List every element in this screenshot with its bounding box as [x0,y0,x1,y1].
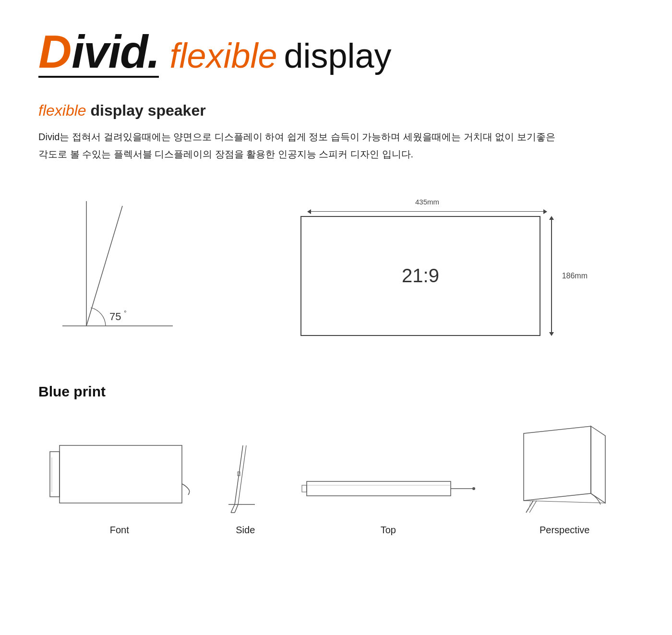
angle-svg: 75 ° [38,192,182,345]
logo-d: D [38,29,72,75]
arrow-left [307,209,311,214]
blueprint-item-top: Top [297,467,480,536]
svg-line-13 [235,504,238,513]
font-label: Font [110,525,129,536]
arrow-right [543,209,547,214]
svg-line-12 [231,504,235,513]
top-svg [297,467,480,515]
subtitle: flexible display speaker [38,102,634,120]
side-label: Side [236,525,255,536]
perspective-label: Perspective [540,525,590,536]
svg-rect-15 [307,481,451,496]
description-text: Divid는 접혀서 걸려있을때에는 양면으로 디스플레이 하여 쉽게 정보 습… [38,128,566,163]
svg-point-19 [472,487,475,490]
svg-marker-20 [524,426,591,501]
blueprint-section: Blue print Font [38,383,634,536]
arrow-down [549,332,554,336]
svg-text:75: 75 [109,311,121,323]
width-arrow [307,209,547,214]
angle-diagram: 75 ° [38,192,182,345]
logo-wrap: D ivid. [38,29,159,78]
blueprint-row: Font Side [38,419,634,536]
arrow-vline [551,220,552,332]
svg-line-10 [238,445,246,504]
svg-text:°: ° [124,309,127,317]
perspective-svg [502,419,627,515]
header: D ivid. flexible display [38,29,634,78]
width-arrow-row: 435mm [307,201,547,214]
subtitle-orange: flexible [38,102,86,119]
logo-underline [38,76,159,78]
svg-line-23 [526,501,533,513]
blueprint-item-perspective: Perspective [502,419,627,536]
diagrams-section: 75 ° 435mm 21:9 186mm [38,192,634,345]
ratio-label: 21:9 [402,265,439,287]
logo-rest: ivid. [72,29,159,75]
side-svg [216,438,274,515]
svg-line-8 [235,445,243,504]
header-tagline: flexible display [169,38,391,78]
subtitle-rest: display speaker [91,102,206,119]
blueprint-item-side: Side [216,438,274,536]
svg-rect-5 [60,445,182,503]
dimensions-diagram: 435mm 21:9 186mm [221,201,634,336]
width-label: 435mm [415,198,439,206]
tagline-rest: display [284,38,392,73]
font-svg [45,438,194,515]
svg-rect-6 [50,452,60,497]
svg-rect-17 [302,485,307,492]
height-arrow: 186mm [549,216,554,336]
height-label: 186mm [562,272,588,280]
display-rect: 21:9 [300,216,540,336]
arrow-up [549,216,554,220]
tagline-orange: flexible [169,38,277,73]
svg-marker-21 [591,426,605,503]
svg-line-24 [529,501,537,513]
dim-middle: 21:9 186mm [300,216,554,336]
blueprint-item-font: Font [45,438,194,536]
top-label: Top [381,525,396,536]
arrow-hline [311,211,543,212]
blueprint-title: Blue print [38,383,634,400]
